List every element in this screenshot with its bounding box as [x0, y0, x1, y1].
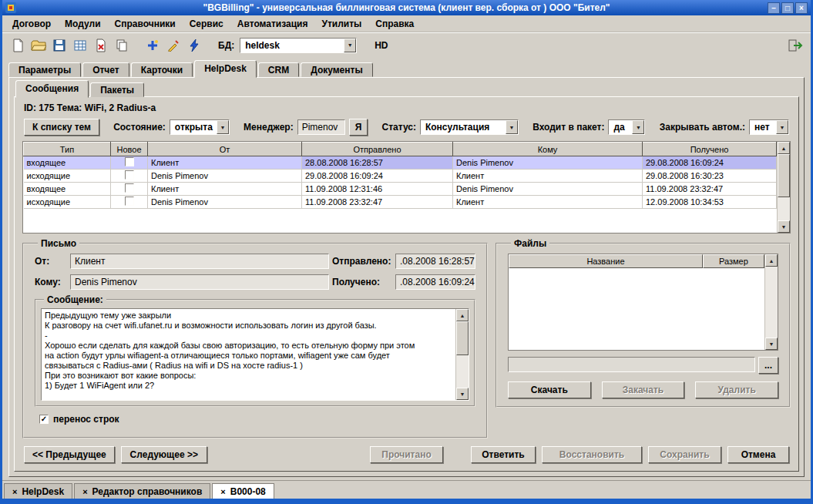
- upload-button[interactable]: Закачать: [602, 381, 685, 398]
- open-folder-icon[interactable]: [29, 36, 48, 55]
- bottom-tab-editor[interactable]: × Редактор справочников: [74, 483, 210, 499]
- footer-buttons: << Предыдущее Следующее >> Прочитано Отв…: [15, 438, 798, 471]
- state-combobox[interactable]: открыта ▼: [170, 119, 230, 135]
- scroll-down-icon[interactable]: ▼: [778, 220, 790, 233]
- bottom-tab-b000-08[interactable]: × B000-08: [212, 483, 274, 499]
- minimize-button[interactable]: –: [768, 2, 780, 14]
- scrollbar-thumb[interactable]: [456, 321, 469, 355]
- read-button[interactable]: Прочитано: [370, 446, 443, 463]
- autoclose-combobox[interactable]: нет ▼: [749, 119, 789, 135]
- exit-icon[interactable]: [786, 36, 805, 55]
- sent-field[interactable]: .08.2008 16:28:57: [395, 254, 475, 269]
- to-field[interactable]: Denis Pimenov: [70, 274, 329, 290]
- previous-button[interactable]: << Предыдущее: [24, 446, 115, 463]
- window-title: "BGBilling" - универсальная биллинговая …: [203, 2, 610, 13]
- chevron-down-icon[interactable]: ▼: [506, 120, 518, 134]
- package-combobox[interactable]: да ▼: [608, 119, 645, 135]
- cancel-button[interactable]: Отмена: [727, 446, 789, 463]
- wrap-checkbox[interactable]: ✓: [39, 415, 49, 424]
- scrollbar-thumb[interactable]: [778, 154, 790, 197]
- save-button[interactable]: Сохранить: [648, 446, 721, 463]
- col-from[interactable]: От: [148, 143, 302, 156]
- manager-field[interactable]: Pimenov: [297, 119, 345, 135]
- tab-otchet[interactable]: Отчет: [82, 62, 129, 77]
- tab-kartochki[interactable]: Карточки: [131, 62, 193, 77]
- received-field[interactable]: .08.2008 16:09:24: [395, 274, 475, 290]
- scrollbar-track[interactable]: [778, 154, 790, 220]
- tab-parametry[interactable]: Параметры: [8, 62, 81, 77]
- col-filename[interactable]: Название: [509, 254, 703, 268]
- copy-icon[interactable]: [113, 36, 131, 55]
- tab-soobscheniya[interactable]: Сообщения: [15, 80, 89, 98]
- scroll-down-icon[interactable]: ▼: [456, 388, 469, 400]
- col-to[interactable]: Кому: [453, 143, 643, 156]
- new-checkbox[interactable]: [125, 183, 134, 193]
- col-type[interactable]: Тип: [24, 143, 111, 156]
- save-icon[interactable]: [50, 36, 69, 55]
- next-button[interactable]: Следующее >>: [121, 446, 207, 463]
- menu-spravochniki[interactable]: Справочники: [108, 17, 183, 31]
- tab-pakety[interactable]: Пакеты: [90, 82, 144, 97]
- browse-button[interactable]: ...: [758, 357, 778, 374]
- app-icon[interactable]: [5, 2, 16, 13]
- bottom-tab-helpdesk[interactable]: × HelpDesk: [4, 483, 72, 499]
- new-checkbox[interactable]: [125, 197, 134, 206]
- scroll-up-icon[interactable]: ▲: [778, 142, 790, 154]
- scroll-down-icon[interactable]: ▼: [765, 338, 778, 350]
- me-button[interactable]: Я: [349, 119, 368, 136]
- scroll-up-icon[interactable]: ▲: [765, 254, 778, 267]
- chevron-down-icon[interactable]: ▼: [776, 120, 788, 134]
- delete-file-button[interactable]: Удалить: [695, 381, 778, 398]
- edit-icon[interactable]: [164, 36, 183, 55]
- status-combobox[interactable]: Консультация ▼: [420, 119, 519, 135]
- maximize-button[interactable]: □: [781, 2, 794, 14]
- files-scrollbar[interactable]: ▲ ▼: [764, 254, 778, 350]
- chevron-down-icon[interactable]: ▼: [344, 39, 356, 52]
- col-filesize[interactable]: Размер: [703, 254, 764, 268]
- files-list-body[interactable]: [509, 268, 764, 350]
- download-button[interactable]: Скачать: [508, 381, 591, 398]
- reply-button[interactable]: Ответить: [471, 446, 536, 463]
- table-row[interactable]: входящее Клиент 28.08.2008 16:28:57 Deni…: [24, 156, 777, 170]
- execute-icon[interactable]: [185, 36, 203, 55]
- close-icon[interactable]: ×: [220, 487, 225, 496]
- close-button[interactable]: ×: [795, 2, 808, 14]
- message-scrollbar[interactable]: ▲ ▼: [455, 309, 469, 400]
- db-combobox[interactable]: heldesk ▼: [240, 38, 357, 53]
- menu-servis[interactable]: Сервис: [183, 17, 230, 31]
- scrollbar-track[interactable]: [765, 267, 778, 338]
- scrollbar-track[interactable]: [456, 321, 469, 388]
- table-icon[interactable]: [71, 36, 89, 55]
- table-row[interactable]: входящее Клиент 11.09.2008 12:31:46 Deni…: [24, 183, 777, 196]
- table-scrollbar[interactable]: ▲ ▼: [777, 142, 790, 233]
- col-received[interactable]: Получено: [643, 143, 777, 156]
- menu-utility[interactable]: Утилиты: [314, 17, 368, 31]
- tab-dokumenty[interactable]: Документы: [301, 62, 372, 77]
- new-document-icon[interactable]: [8, 36, 27, 55]
- from-field[interactable]: Клиент: [70, 254, 329, 269]
- col-sent[interactable]: Отправлено: [302, 143, 453, 156]
- menu-spravka[interactable]: Справка: [368, 17, 421, 31]
- file-path-field[interactable]: [508, 357, 755, 372]
- menu-moduli[interactable]: Модули: [58, 17, 107, 31]
- close-icon[interactable]: ×: [82, 487, 87, 496]
- tab-crm[interactable]: CRM: [258, 62, 299, 77]
- chevron-down-icon[interactable]: ▼: [217, 120, 229, 134]
- new-checkbox[interactable]: [125, 157, 134, 166]
- add-icon[interactable]: [143, 36, 162, 55]
- menu-dogovor[interactable]: Договор: [5, 17, 58, 31]
- table-row[interactable]: исходящие Denis Pimenov 11.09.2008 23:32…: [24, 196, 777, 209]
- col-new[interactable]: Новое: [111, 143, 148, 156]
- message-textarea[interactable]: Предыдущую тему уже закрыли К разговору …: [42, 309, 455, 400]
- chevron-down-icon[interactable]: ▼: [632, 120, 644, 134]
- tab-helpdesk[interactable]: HelpDesk: [194, 60, 257, 78]
- close-icon[interactable]: ×: [12, 487, 17, 496]
- bottom-tab-label: Редактор справочников: [92, 486, 203, 497]
- table-row[interactable]: исходящие Denis Pimenov 29.08.2008 16:09…: [24, 170, 777, 183]
- delete-document-icon[interactable]: [92, 36, 110, 55]
- scroll-up-icon[interactable]: ▲: [456, 309, 469, 321]
- restore-button[interactable]: Восстановить: [542, 446, 642, 463]
- new-checkbox[interactable]: [125, 170, 134, 180]
- menu-avtomatizaciya[interactable]: Автоматизация: [230, 17, 315, 31]
- back-to-topics-button[interactable]: К списку тем: [24, 119, 99, 136]
